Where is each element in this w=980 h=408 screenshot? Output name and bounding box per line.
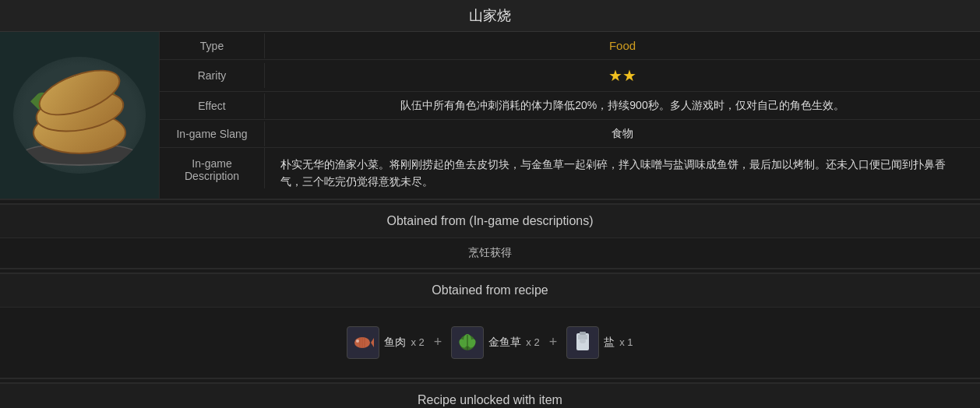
- fish-count: x 2: [411, 336, 424, 348]
- recipe-content: 鱼肉 x 2 + 金鱼草 x 2 +: [0, 308, 980, 379]
- top-section: Type Food Rarity ★★ Effect 队伍中所有角色冲刺消耗的体…: [0, 32, 980, 200]
- obtained-section-header: Obtained from (In-game descriptions): [0, 203, 980, 238]
- herb-icon: [451, 326, 484, 359]
- salt-count: x 1: [619, 336, 633, 348]
- herb-count: x 2: [526, 336, 539, 348]
- recipe-section-header: Obtained from recipe: [0, 273, 980, 308]
- herb-name: 金鱼草: [488, 336, 521, 350]
- fish-icon: [347, 326, 379, 359]
- plus-1: +: [434, 334, 442, 350]
- svg-point-2: [356, 339, 359, 343]
- food-drawing: [17, 61, 142, 170]
- fish-name: 鱼肉: [384, 336, 406, 350]
- recipe-item-salt: 盐 x 1: [566, 326, 633, 359]
- desc-label: In-game Description: [160, 148, 265, 188]
- salt-icon: [566, 326, 599, 359]
- type-label: Type: [160, 33, 265, 58]
- effect-value: 队伍中所有角色冲刺消耗的体力降低20%，持续900秒。多人游戏时，仅对自己的角色…: [265, 93, 980, 119]
- type-value: Food: [265, 33, 980, 58]
- effect-row: Effect 队伍中所有角色冲刺消耗的体力降低20%，持续900秒。多人游戏时，…: [160, 92, 980, 120]
- food-image-cell: [0, 32, 160, 199]
- page-title: 山家烧: [0, 0, 980, 32]
- slang-value: 食物: [265, 121, 980, 147]
- desc-row: In-game Description 朴实无华的渔家小菜。将刚刚捞起的鱼去皮切…: [160, 148, 980, 199]
- data-rows: Type Food Rarity ★★ Effect 队伍中所有角色冲刺消耗的体…: [160, 32, 980, 199]
- obtained-source: 烹饪获得: [0, 238, 980, 269]
- svg-marker-1: [371, 338, 374, 347]
- rarity-row: Rarity ★★: [160, 60, 980, 92]
- food-image: [13, 57, 146, 174]
- slang-row: In-game Slang 食物: [160, 120, 980, 148]
- plus-2: +: [549, 334, 558, 350]
- rarity-value: ★★: [265, 60, 980, 91]
- recipe-item-herb: 金鱼草 x 2: [451, 326, 539, 359]
- unlock-section-header: Recipe unlocked with item: [0, 382, 980, 408]
- desc-value: 朴实无华的渔家小菜。将刚刚捞起的鱼去皮切块，与金鱼草一起剁碎，拌入味噌与盐调味成…: [265, 148, 980, 199]
- rarity-label: Rarity: [160, 63, 265, 88]
- rarity-stars: ★★: [608, 67, 636, 84]
- food-item: [29, 84, 130, 154]
- type-row: Type Food: [160, 32, 980, 60]
- recipe-item-fish: 鱼肉 x 2: [347, 326, 424, 359]
- slang-label: In-game Slang: [160, 121, 265, 146]
- salt-name: 盐: [604, 336, 615, 350]
- recipe-container: 鱼肉 x 2 + 金鱼草 x 2 +: [8, 315, 972, 370]
- effect-label: Effect: [160, 93, 265, 118]
- svg-point-13: [580, 339, 586, 343]
- svg-rect-14: [580, 332, 586, 335]
